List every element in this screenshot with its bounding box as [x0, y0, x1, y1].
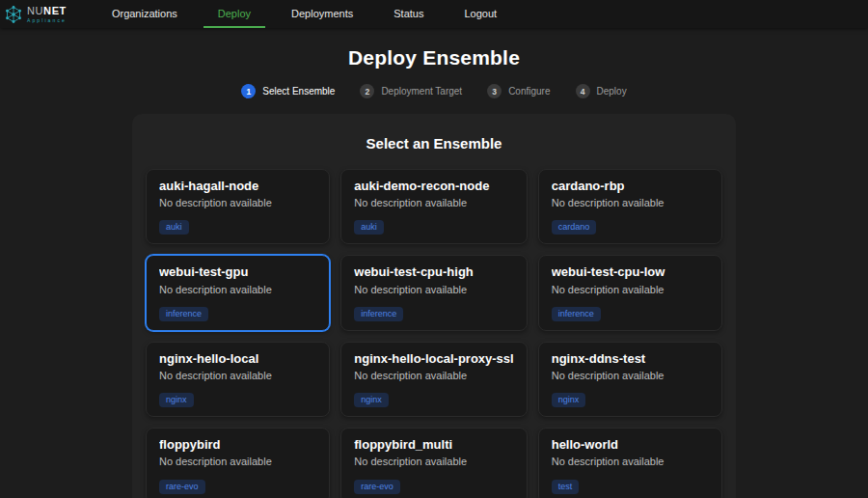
ensemble-card[interactable]: auki-demo-recon-node No description avai… [340, 169, 527, 244]
ensemble-tag: nginx [552, 393, 586, 407]
ensemble-card[interactable]: nginx-ddns-test No description available… [538, 342, 722, 417]
nunet-logo[interactable]: NUNET Appliance [0, 0, 74, 28]
ensemble-name: auki-hagall-node [159, 180, 316, 193]
main-navigation: Organizations Deploy Deployments Status … [92, 0, 517, 28]
page-title: Deploy Ensemble [0, 46, 868, 69]
ensemble-card[interactable]: webui-test-cpu-low No description availa… [538, 255, 722, 330]
ensemble-name: webui-test-gpu [159, 265, 316, 279]
ensemble-card[interactable]: webui-test-gpu No description available … [146, 255, 330, 330]
nav-item[interactable]: Deployments [277, 0, 367, 28]
nav-item[interactable]: Status [379, 0, 438, 28]
ensemble-tag: rare-evo [159, 480, 205, 494]
step-number-badge: 1 [241, 84, 256, 98]
nav-item[interactable]: Logout [449, 0, 511, 28]
wizard-stepper: 1 Select Ensemble 2 Deployment Target 3 … [0, 84, 868, 98]
step-label: Deployment Target [381, 86, 462, 97]
brand-tagline: Appliance [27, 18, 67, 23]
ensemble-card[interactable]: nginx-hello-local-proxy-ssl No descripti… [340, 342, 527, 417]
ensemble-selection-panel: Select an Ensemble auki-hagall-node No d… [132, 114, 736, 498]
ensemble-name: floppybird_multi [354, 438, 513, 452]
ensemble-tag: inference [159, 307, 208, 321]
step-label: Configure [508, 86, 550, 97]
stepper-step[interactable]: 4 Deploy [576, 84, 627, 98]
step-label: Select Ensemble [262, 86, 335, 97]
ensemble-description: No description available [552, 284, 709, 295]
ensemble-name: nginx-hello-local-proxy-ssl [354, 352, 513, 366]
nav-item-label: Deploy [218, 8, 251, 19]
ensemble-card[interactable]: cardano-rbp No description available car… [538, 169, 722, 244]
ensemble-tag: inference [354, 307, 403, 321]
ensemble-description: No description available [159, 284, 316, 295]
step-number-badge: 4 [576, 84, 590, 98]
nav-item[interactable]: Deploy [203, 0, 265, 28]
ensemble-tag: test [552, 480, 580, 494]
ensemble-card[interactable]: nginx-hello-local No description availab… [146, 342, 330, 417]
ensemble-card[interactable]: auki-hagall-node No description availabl… [146, 169, 330, 244]
stepper-step[interactable]: 1 Select Ensemble [241, 84, 335, 98]
nav-item-label: Logout [464, 8, 497, 19]
step-number-badge: 2 [360, 84, 374, 98]
ensemble-description: No description available [552, 197, 709, 208]
stepper-step[interactable]: 3 Configure [487, 84, 550, 98]
ensemble-tag: inference [552, 307, 601, 321]
ensemble-tag: cardano [552, 220, 597, 235]
ensemble-tag: nginx [159, 393, 194, 407]
ensemble-tag: nginx [354, 393, 389, 407]
stepper-step[interactable]: 2 Deployment Target [360, 84, 462, 98]
ensemble-name: webui-test-cpu-high [354, 265, 513, 279]
nav-item[interactable]: Organizations [97, 0, 192, 28]
brand-name: NUNET [27, 6, 67, 16]
ensemble-card[interactable]: webui-test-cpu-high No description avail… [340, 255, 527, 330]
ensemble-grid: auki-hagall-node No description availabl… [146, 169, 722, 498]
ensemble-description: No description available [354, 284, 513, 295]
nav-item-label: Deployments [291, 8, 353, 19]
ensemble-description: No description available [354, 456, 513, 467]
ensemble-name: auki-demo-recon-node [354, 180, 513, 193]
top-navbar: NUNET Appliance Organizations Deploy Dep… [0, 0, 868, 28]
ensemble-name: hello-world [552, 438, 709, 452]
nav-item-label: Organizations [112, 8, 177, 19]
ensemble-card[interactable]: floppybird No description available rare… [146, 428, 330, 498]
ensemble-card[interactable]: hello-world No description available tes… [538, 428, 722, 498]
ensemble-name: cardano-rbp [552, 180, 709, 193]
ensemble-name: nginx-ddns-test [552, 352, 709, 366]
ensemble-description: No description available [552, 370, 709, 381]
step-number-badge: 3 [487, 84, 502, 98]
ensemble-tag: auki [159, 220, 189, 235]
ensemble-tag: rare-evo [354, 480, 400, 494]
nav-item-label: Status [393, 8, 423, 19]
ensemble-description: No description available [354, 370, 513, 381]
ensemble-card[interactable]: floppybird_multi No description availabl… [340, 428, 527, 498]
ensemble-description: No description available [354, 197, 513, 208]
nunet-network-icon [4, 5, 23, 24]
ensemble-name: floppybird [159, 438, 316, 452]
ensemble-description: No description available [552, 456, 709, 467]
ensemble-description: No description available [159, 370, 316, 381]
step-label: Deploy [597, 86, 627, 97]
ensemble-description: No description available [159, 197, 316, 208]
ensemble-name: webui-test-cpu-low [552, 265, 709, 279]
ensemble-tag: auki [354, 220, 384, 235]
ensemble-description: No description available [159, 456, 316, 467]
ensemble-name: nginx-hello-local [159, 352, 316, 366]
panel-heading: Select an Ensemble [146, 135, 722, 152]
